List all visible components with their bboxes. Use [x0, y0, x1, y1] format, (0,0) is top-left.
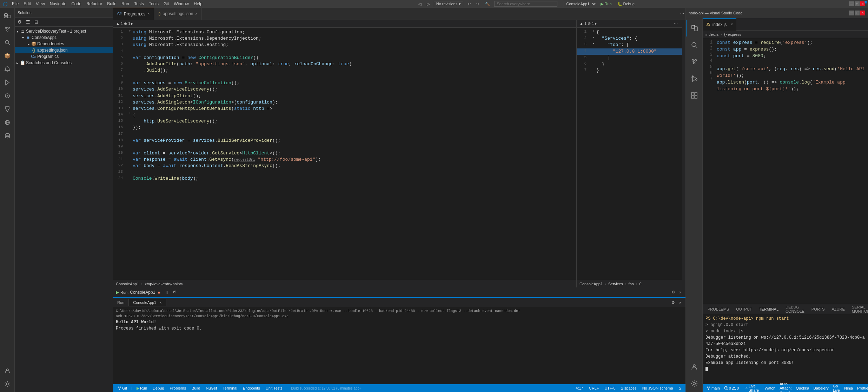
- menu-tests[interactable]: Tests: [132, 1, 146, 7]
- menu-edit[interactable]: Edit: [21, 1, 33, 7]
- menu-file[interactable]: File: [10, 1, 21, 7]
- tab-consoleapp1[interactable]: ConsoleApp1 ×: [129, 299, 166, 306]
- editor-settings-btn[interactable]: ⋯: [679, 11, 685, 17]
- menu-refactor[interactable]: Refactor: [84, 1, 104, 7]
- debug-button[interactable]: 🐛 Debug: [615, 1, 637, 7]
- vscode-maximize[interactable]: □: [855, 11, 860, 15]
- run-button[interactable]: ▶ Run: [598, 1, 614, 7]
- menu-build[interactable]: Build: [105, 1, 119, 7]
- status-terminal-label[interactable]: Terminal: [221, 386, 239, 390]
- vscode-profile-icon[interactable]: [686, 358, 703, 375]
- menu-code[interactable]: Code: [69, 1, 84, 7]
- vscode-settings-gear-icon[interactable]: [686, 375, 703, 392]
- tab-programcs[interactable]: C# Program.cs ×: [113, 8, 154, 20]
- run-stop-btn[interactable]: ■: [157, 290, 162, 295]
- vscode-minimize[interactable]: ─: [849, 11, 854, 15]
- tab-consoleapp1-close[interactable]: ×: [159, 300, 161, 305]
- forward-btn[interactable]: ▷: [425, 1, 431, 7]
- vs-prettier[interactable]: Prettier: [856, 386, 868, 390]
- run-close-btn[interactable]: ×: [678, 290, 683, 295]
- code-editor-left[interactable]: 1 ▾ using Microsoft.Extensions.Configura…: [113, 28, 576, 280]
- sidebar-notifications-icon[interactable]: !: [1, 63, 14, 75]
- vscode-close[interactable]: ×: [860, 11, 865, 15]
- tree-programcs[interactable]: ▸ C# Program.cs: [15, 53, 113, 60]
- vscode-explorer-icon[interactable]: [686, 20, 703, 36]
- sidebar-tests-icon[interactable]: [1, 103, 14, 115]
- status-json-schema[interactable]: No JSON schema: [641, 386, 675, 390]
- tab-appsettings[interactable]: {} appsettings.json ×: [154, 8, 202, 20]
- sidebar-run-icon[interactable]: [1, 76, 14, 89]
- tab-run[interactable]: Run: [113, 299, 129, 306]
- menu-navigate[interactable]: Navigate: [48, 1, 68, 7]
- bottom-settings-btn[interactable]: ⚙: [670, 300, 676, 306]
- back-btn[interactable]: ◁: [417, 1, 423, 7]
- vs-liveshare[interactable]: Live Share: [744, 384, 761, 392]
- vs-watch[interactable]: Watch: [763, 386, 776, 390]
- sidebar-git-icon[interactable]: [1, 23, 14, 35]
- sidebar-settings-icon[interactable]: [1, 378, 14, 390]
- minimize-btn[interactable]: ─: [849, 1, 854, 6]
- revisions-badge[interactable]: No revisions ▾: [434, 1, 464, 7]
- menu-run[interactable]: Run: [119, 1, 131, 7]
- vs-auto-attach[interactable]: Auto Attach: Smart: [778, 382, 793, 392]
- status-nuget-label[interactable]: NuGet: [204, 386, 218, 390]
- sidebar-debug-icon[interactable]: [1, 89, 14, 102]
- tree-consoleapp1[interactable]: ▾ ■ ConsoleApp1: [15, 34, 113, 41]
- sidebar-nuget-icon[interactable]: 📦: [1, 49, 14, 62]
- sidebar-database-icon[interactable]: [1, 129, 14, 142]
- panel-filter-btn[interactable]: ☰: [25, 19, 32, 25]
- vscode-tab-problems[interactable]: PROBLEMS: [705, 306, 731, 312]
- status-run-label[interactable]: ▶ Run: [135, 386, 148, 391]
- sidebar-endpoints-icon[interactable]: [1, 116, 14, 129]
- status-unittests-label[interactable]: Unit Tests: [264, 386, 284, 390]
- menu-help[interactable]: Help: [192, 1, 205, 7]
- build-btn[interactable]: 🔨: [484, 1, 491, 7]
- tree-scratches[interactable]: ▸ 📋 Scratches and Consoles: [15, 60, 113, 66]
- vscode-search-icon[interactable]: [686, 36, 703, 53]
- tab-appsettings-close[interactable]: ×: [195, 12, 197, 16]
- vscode-tab-terminal[interactable]: TERMINAL: [757, 306, 781, 312]
- vscode-tab-azure[interactable]: AZURE: [830, 306, 847, 312]
- vscode-tab-serial[interactable]: SERIAL MONITOR: [850, 304, 868, 314]
- vs-status-git[interactable]: main: [705, 386, 721, 390]
- status-crlf[interactable]: CRLF: [588, 386, 601, 390]
- status-encoding[interactable]: UTF-8: [603, 386, 617, 390]
- status-debug-label[interactable]: Debug: [151, 386, 165, 390]
- bottom-close-btn[interactable]: ×: [678, 300, 683, 305]
- sidebar-project-icon[interactable]: [1, 9, 14, 22]
- vs-errors[interactable]: 0 0: [723, 386, 740, 390]
- tree-solution[interactable]: ▾ 🗂 ServiceDiscoveryTest - 1 project: [15, 28, 113, 34]
- vs-quokka[interactable]: Quokka: [795, 386, 810, 390]
- vs-go-live[interactable]: Go Live: [832, 384, 841, 392]
- vscode-git-icon[interactable]: [686, 53, 703, 70]
- undo-btn[interactable]: ↩: [466, 1, 472, 7]
- vscode-tab-close[interactable]: ×: [731, 22, 733, 26]
- panel-settings-btn[interactable]: ⚙: [16, 19, 23, 25]
- run-pause-btn[interactable]: ⏸: [163, 290, 170, 295]
- status-spaces[interactable]: 2 spaces: [620, 386, 638, 390]
- vscode-debug-run-icon[interactable]: [686, 70, 703, 87]
- tree-dependencies[interactable]: ▸ 📦 Dependencies: [15, 41, 113, 47]
- run-restart-btn[interactable]: ↺: [171, 289, 177, 295]
- menu-tools[interactable]: Tools: [147, 1, 161, 7]
- vs-babelery[interactable]: Babelery: [812, 386, 829, 390]
- vscode-tab-ports[interactable]: PORTS: [809, 306, 827, 312]
- right-pane-more[interactable]: ⋯: [672, 21, 679, 27]
- status-problems-label[interactable]: Problems: [168, 386, 187, 390]
- status-build-label[interactable]: Build: [190, 386, 201, 390]
- status-memory[interactable]: S: [677, 386, 683, 390]
- sidebar-search-icon[interactable]: [1, 36, 14, 49]
- tab-programcs-close[interactable]: ×: [147, 12, 150, 16]
- status-endpoints-label[interactable]: Endpoints: [241, 386, 261, 390]
- status-linecol[interactable]: 4:17: [574, 386, 584, 390]
- status-git[interactable]: Git: [116, 386, 128, 390]
- vscode-extensions-icon[interactable]: [686, 87, 703, 104]
- code-editor-right[interactable]: 1 ▾ { 2 ▾ "Services": { 3 ▾ "foo": [: [577, 28, 682, 280]
- redo-btn[interactable]: ↪: [475, 1, 481, 7]
- vscode-tab-indexjs[interactable]: JS index.js ×: [703, 18, 736, 31]
- panel-collapse-btn[interactable]: ⊟: [33, 19, 40, 25]
- vs-ninja[interactable]: Ninja: [843, 386, 854, 390]
- vscode-code-area[interactable]: 1 2 3 4 5 6 7 const express = require('e…: [703, 38, 868, 304]
- run-settings-btn[interactable]: ⚙: [670, 289, 676, 295]
- menu-view[interactable]: View: [34, 1, 47, 7]
